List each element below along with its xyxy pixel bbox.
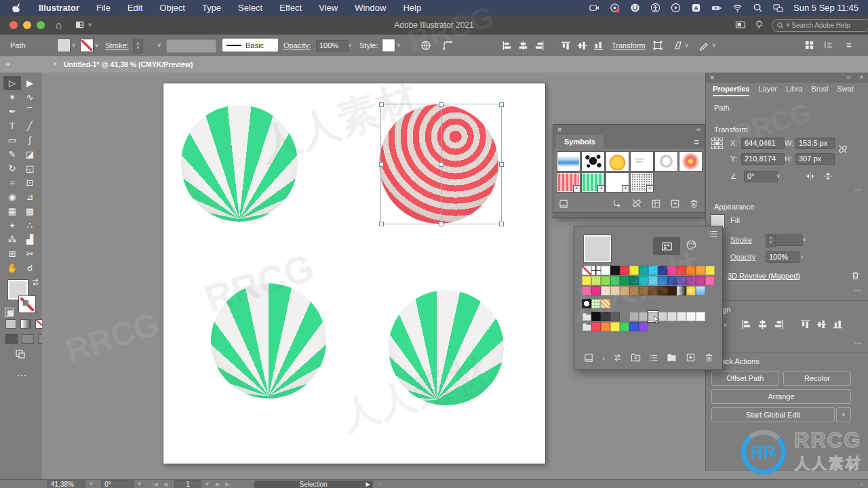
swatch[interactable] [667, 286, 677, 296]
player-icon[interactable] [671, 3, 681, 13]
symbols-tab[interactable]: Symbols [556, 135, 604, 148]
opacity-link[interactable]: Opacity [730, 253, 755, 261]
menu-type[interactable]: Type [202, 3, 221, 13]
h-field[interactable]: 307 px [795, 153, 835, 165]
swatch-pat-green[interactable] [591, 299, 601, 308]
swatches-view-button[interactable] [653, 237, 680, 255]
gradient-tool[interactable]: ▩ [21, 204, 39, 218]
default-colors-icon[interactable] [5, 308, 14, 317]
opacity-more-icon[interactable]: › [349, 41, 351, 49]
swatch[interactable] [601, 286, 610, 296]
column-graph-tool[interactable]: ▟ [21, 232, 39, 247]
swatch[interactable] [620, 266, 629, 275]
new-swatch-icon[interactable] [686, 352, 696, 363]
lasso-tool[interactable]: ∿ [21, 90, 39, 104]
swatch[interactable] [610, 286, 620, 296]
stroke-chevron-icon[interactable]: ˅ [802, 237, 806, 243]
stroke-stepper[interactable]: ˄˅ [766, 234, 776, 247]
isolate-chevron-icon[interactable]: ˅ [712, 43, 715, 49]
constrain-proportions-icon[interactable] [837, 144, 848, 155]
brush-chevron-icon[interactable]: ˅ [273, 43, 276, 49]
shaper-tool[interactable]: ✎ [3, 147, 21, 161]
tab-layers[interactable]: Layer [758, 85, 777, 96]
transform-more-icon[interactable]: … [854, 184, 862, 192]
mesh-tool[interactable]: ▦ [3, 204, 21, 218]
width-tool[interactable]: ≈ [3, 176, 21, 190]
direct-selection-tool[interactable]: ▶ [21, 76, 39, 90]
blend-tool[interactable]: ∴ [21, 218, 39, 232]
workspace-grid-icon[interactable] [804, 40, 814, 50]
selection-handle[interactable] [379, 162, 384, 167]
align-to-chevron-icon[interactable]: ˅ [724, 323, 727, 329]
symbol-wreath[interactable] [654, 151, 678, 171]
swatch[interactable] [629, 312, 639, 321]
swatch-grad-yellow[interactable] [686, 286, 696, 296]
tab-libraries[interactable]: Libra [786, 85, 802, 96]
panel-arrange-icon[interactable] [823, 40, 833, 50]
input-a-icon[interactable]: A [691, 3, 701, 13]
menu-edit[interactable]: Edit [127, 3, 142, 13]
swatch[interactable] [686, 266, 696, 275]
screen-record-icon[interactable] [589, 3, 599, 13]
swatch[interactable] [667, 276, 677, 285]
accessibility-icon[interactable] [650, 3, 660, 13]
swatch[interactable] [677, 312, 686, 321]
swatch[interactable] [620, 276, 629, 285]
tab-properties[interactable]: Properties [713, 85, 749, 96]
arrange-button[interactable]: Arrange [711, 389, 851, 404]
symbol-paper[interactable] [630, 151, 654, 171]
new-folder-icon[interactable] [667, 352, 677, 363]
rotation-field[interactable]: 0° [744, 171, 778, 182]
appearance-more-icon[interactable]: … [854, 284, 862, 292]
symbol-green-stripes[interactable]: + [581, 172, 605, 192]
align-center-v-icon[interactable] [577, 41, 587, 51]
artboard-number-field[interactable]: 1 [174, 480, 201, 488]
align-center-h-icon[interactable] [757, 319, 768, 329]
start-global-edit-button[interactable]: Start Global Edit [711, 407, 835, 422]
swatch-options-icon[interactable] [649, 353, 658, 363]
selection-handle[interactable] [499, 162, 504, 167]
menu-view[interactable]: View [319, 3, 338, 13]
delete-swatch-icon[interactable] [704, 352, 714, 363]
swatch[interactable] [610, 266, 620, 275]
selection-handle[interactable] [439, 102, 443, 107]
swatch-registration[interactable] [591, 266, 601, 275]
align-right-icon[interactable] [534, 41, 545, 51]
zoom-tool[interactable]: ☌ [21, 261, 39, 275]
draw-behind-button[interactable] [22, 334, 34, 344]
flip-horizontal-icon[interactable] [805, 171, 816, 182]
stroke-weight-chevron-icon[interactable]: ˅ [157, 43, 161, 49]
swatch[interactable] [639, 266, 648, 275]
new-color-group-icon[interactable] [631, 352, 641, 363]
menu-window[interactable]: Window [355, 3, 386, 13]
place-symbol-instance-icon[interactable] [612, 199, 623, 209]
color-mixer-icon[interactable] [686, 239, 697, 251]
swatch[interactable] [658, 312, 667, 321]
striped-sphere-green-2[interactable] [211, 283, 326, 399]
isolate-icon[interactable] [698, 40, 709, 51]
swatch[interactable] [610, 312, 620, 321]
selection-handle[interactable] [499, 102, 504, 107]
next-artboard-icon[interactable]: ▶ [216, 481, 220, 487]
screen-mode-icon[interactable] [15, 349, 26, 360]
symbol-sun[interactable] [606, 151, 629, 171]
swatch[interactable] [677, 266, 686, 275]
zoom-level-field[interactable]: 41,38% [47, 480, 85, 488]
selection-handle[interactable] [379, 222, 384, 226]
document-tab-label[interactable]: Untitled-1* @ 41,38 % (CMYK/Preview) [64, 60, 193, 68]
opacity-field[interactable]: 100% [316, 40, 349, 52]
stroke-link[interactable]: Stroke [730, 236, 752, 244]
symbols-collapse-icon[interactable]: ‹‹ [696, 126, 701, 133]
swatch[interactable] [629, 276, 639, 285]
w-field[interactable]: 153,5 px [795, 138, 835, 149]
shape-builder-tool[interactable]: ◉ [3, 190, 21, 204]
align-center-h-icon[interactable] [518, 41, 528, 51]
scale-tool[interactable]: ◱ [21, 161, 39, 176]
corner-widget-icon[interactable] [442, 40, 453, 51]
style-chevron-icon[interactable]: ˅ [397, 43, 400, 49]
swatch[interactable] [648, 286, 658, 296]
recolor-button[interactable]: Recolor [783, 371, 851, 386]
pen-tool[interactable]: ✒ [3, 104, 21, 119]
symbol-blank[interactable]: + [606, 172, 629, 192]
swatch[interactable] [620, 322, 629, 331]
